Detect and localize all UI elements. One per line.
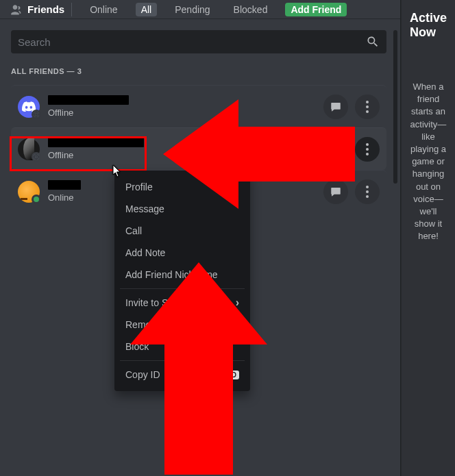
active-now-line2: game or hanging out on voice—we'll show …: [410, 155, 447, 242]
status-indicator-offline: [32, 110, 41, 119]
chevron-right-icon: ›: [236, 297, 239, 309]
tab-online[interactable]: Online: [84, 3, 123, 16]
message-button[interactable]: [323, 95, 348, 119]
friend-status-label: Offline: [48, 108, 323, 118]
menu-remove-friend[interactable]: Remove Friend: [120, 314, 245, 336]
section-header: ALL FRIENDS — 3: [11, 67, 386, 75]
active-now-line1: When a friend starts an activity—like pl…: [410, 81, 447, 155]
more-icon: [366, 186, 369, 198]
menu-block[interactable]: Block: [120, 336, 245, 358]
friends-icon: [8, 3, 22, 16]
menu-label: Message: [125, 203, 164, 214]
more-icon: [366, 143, 369, 155]
friend-name-redacted: [48, 95, 129, 105]
friend-status-label: Offline: [48, 150, 323, 160]
tab-blocked[interactable]: Blocked: [228, 3, 273, 16]
tab-bar: Friends Online All Pending Blocked Add F…: [0, 0, 400, 19]
search-icon: [366, 35, 380, 49]
page-title: Friends: [27, 3, 64, 15]
friend-info: Offline: [48, 138, 323, 160]
status-indicator-online: [32, 195, 41, 204]
active-now-title: Active Now: [410, 11, 447, 40]
menu-label: Add Friend Nickname: [125, 269, 218, 280]
menu-divider: [120, 288, 245, 289]
tab-all[interactable]: All: [136, 3, 158, 16]
friend-actions: [323, 95, 380, 119]
friends-header: Friends: [8, 3, 72, 16]
menu-divider: [120, 360, 245, 361]
right-panel: Active Now When a friend starts an activ…: [401, 0, 455, 476]
menu-label: Add Note: [125, 247, 165, 258]
friend-row[interactable]: Offline: [11, 85, 386, 127]
more-icon: [366, 101, 369, 113]
menu-add-note[interactable]: Add Note: [120, 242, 245, 264]
context-menu: Profile Message Call Add Note Add Friend…: [114, 171, 250, 391]
friend-info: Offline: [48, 95, 323, 118]
more-button[interactable]: [355, 179, 380, 204]
menu-label: Invite to Server: [125, 297, 190, 308]
menu-label: Copy ID: [125, 369, 160, 380]
menu-invite-server[interactable]: Invite to Server ›: [120, 292, 245, 314]
avatar: [18, 138, 40, 160]
message-button[interactable]: [323, 137, 348, 162]
tab-add-friend[interactable]: Add Friend: [285, 3, 347, 16]
menu-label: Call: [125, 225, 142, 236]
id-badge: ID: [227, 371, 239, 379]
friend-name-redacted: [48, 180, 81, 190]
menu-label: Block: [125, 341, 149, 352]
more-button[interactable]: [355, 137, 380, 162]
friend-row[interactable]: Offline: [11, 127, 386, 170]
scrollbar[interactable]: [393, 30, 397, 184]
search-input[interactable]: [18, 36, 366, 48]
active-now-text: When a friend starts an activity—like pl…: [410, 81, 447, 242]
more-button[interactable]: [355, 95, 380, 119]
menu-message[interactable]: Message: [120, 198, 245, 220]
message-button[interactable]: [323, 179, 348, 204]
menu-label: Profile: [125, 181, 153, 192]
search-bar[interactable]: [11, 30, 386, 53]
avatar: [18, 181, 40, 203]
friend-actions: [323, 137, 380, 162]
menu-label: Remove Friend: [125, 319, 191, 330]
avatar: [18, 96, 40, 118]
friend-name-redacted: [48, 138, 144, 147]
friend-actions: [323, 179, 380, 204]
status-indicator-offline: [32, 152, 41, 162]
menu-add-nickname[interactable]: Add Friend Nickname: [120, 264, 245, 286]
menu-call[interactable]: Call: [120, 220, 245, 242]
tab-pending[interactable]: Pending: [169, 3, 215, 16]
menu-profile[interactable]: Profile: [120, 176, 245, 198]
menu-copy-id[interactable]: Copy ID ID: [120, 364, 245, 386]
